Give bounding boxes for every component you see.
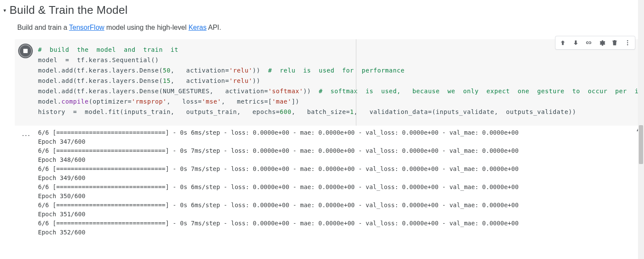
- code-input-area[interactable]: # build the model and train it model = t…: [15, 39, 644, 126]
- code-number: 600: [280, 108, 292, 115]
- code-line: , validation_data=(inputs_validate, outp…: [354, 108, 576, 115]
- delete-button[interactable]: [609, 37, 620, 48]
- page-scrollbar[interactable]: [638, 0, 644, 237]
- cell-output: ⋯ 6/6 [==============================] -…: [15, 126, 644, 237]
- arrow-up-icon: [559, 39, 566, 46]
- arrow-down-icon: [572, 39, 579, 46]
- desc-text: model using the high-level: [105, 24, 189, 31]
- code-line: , metrics=[: [221, 98, 272, 105]
- code-string: 'rmsprop': [132, 98, 167, 105]
- code-string: 'relu': [229, 77, 252, 84]
- code-line: history = model.fit(inputs_train, output…: [38, 108, 280, 115]
- svg-point-2: [627, 44, 628, 45]
- code-comment: # build the model and train it: [38, 46, 178, 53]
- code-line: (optimizer=: [89, 98, 131, 105]
- code-number: 1: [350, 108, 354, 115]
- code-comment: # softmax is used, because we only expec…: [319, 88, 644, 95]
- desc-text: API.: [206, 24, 221, 31]
- code-number: 50: [163, 67, 171, 74]
- code-ruler: [356, 39, 356, 126]
- code-string: 'relu': [229, 67, 252, 74]
- notebook-section: ▾ Build & Train the Model Build and trai…: [0, 0, 644, 237]
- scrollbar-thumb[interactable]: [639, 125, 643, 164]
- code-string: 'mae': [272, 98, 292, 105]
- code-line: , batch_size=: [292, 108, 350, 115]
- code-line: model = tf.keras.Sequential(): [38, 57, 159, 63]
- code-line: ]): [292, 98, 299, 105]
- code-line: , activation=: [171, 67, 229, 74]
- code-func: compile: [61, 98, 89, 105]
- code-number: 15: [163, 77, 171, 84]
- cell-toolbar: [555, 36, 635, 50]
- code-line: , activation=: [171, 77, 229, 84]
- code-content[interactable]: # build the model and train it model = t…: [38, 44, 639, 117]
- code-string: 'softmax': [268, 88, 303, 95]
- code-cell: # build the model and train it model = t…: [15, 39, 644, 237]
- svg-point-1: [627, 42, 628, 44]
- move-up-button[interactable]: [557, 37, 568, 48]
- desc-text: Build and train a: [17, 24, 69, 31]
- code-line: )): [253, 77, 260, 84]
- section-title: Build & Train the Model: [10, 3, 127, 17]
- move-down-button[interactable]: [570, 37, 581, 48]
- code-line: model.: [38, 98, 61, 105]
- output-text: 6/6 [==============================] - 0…: [38, 128, 644, 237]
- code-line: )): [303, 88, 319, 95]
- output-menu-button[interactable]: ⋯: [15, 128, 38, 140]
- running-ring-icon: [19, 44, 32, 57]
- code-line: model.add(tf.keras.layers.Dense(: [38, 77, 163, 84]
- code-line: )): [253, 67, 268, 74]
- settings-button[interactable]: [596, 37, 607, 48]
- section-header: ▾ Build & Train the Model: [3, 0, 644, 22]
- section-description: Build and train a TensorFlow model using…: [3, 22, 644, 39]
- gear-icon: [598, 39, 606, 47]
- run-cell-button[interactable]: [18, 44, 33, 58]
- code-comment: # relu is used for performance: [268, 67, 405, 74]
- link-button[interactable]: [583, 37, 594, 48]
- svg-point-0: [627, 40, 628, 41]
- code-string: 'mse': [202, 98, 221, 105]
- link-icon: [585, 39, 593, 47]
- code-line: model.add(tf.keras.layers.Dense(: [38, 67, 163, 74]
- keras-link[interactable]: Keras: [188, 24, 206, 31]
- trash-icon: [611, 39, 618, 46]
- more-button[interactable]: [622, 37, 633, 48]
- tensorflow-link[interactable]: TensorFlow: [69, 24, 105, 31]
- code-line: , loss=: [167, 98, 202, 105]
- collapse-icon[interactable]: ▾: [3, 7, 6, 13]
- more-vert-icon: [624, 39, 631, 46]
- code-line: model.add(tf.keras.layers.Dense(NUM_GEST…: [38, 88, 268, 95]
